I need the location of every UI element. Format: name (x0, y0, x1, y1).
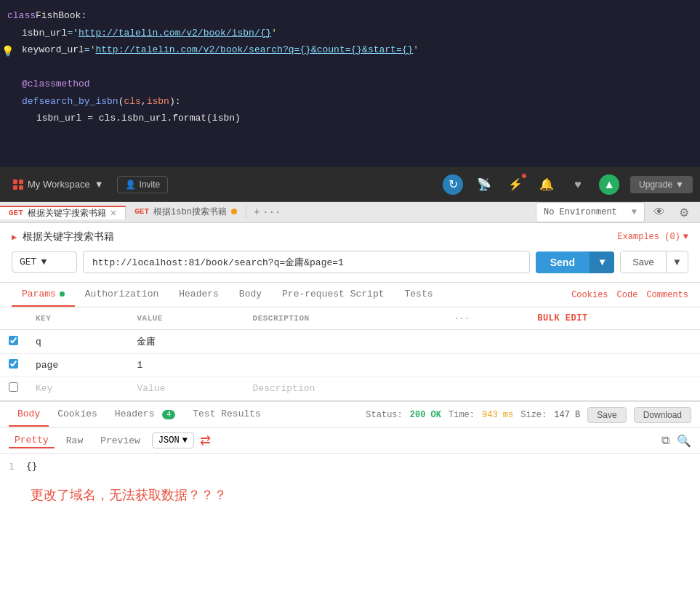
json-chevron-icon: ▼ (182, 435, 188, 446)
body-tab-label: Body (239, 289, 262, 299)
add-tab-button[interactable]: + ··· (246, 206, 289, 220)
row1-checkbox-cell (0, 330, 27, 354)
code-body: isbn_url = cls.isbn_url.format(isbn) (36, 111, 241, 126)
send-dropdown-button[interactable]: ▼ (590, 251, 614, 273)
save-button[interactable]: Save (621, 251, 666, 273)
copy-icon: ⧉ (661, 434, 669, 446)
format-tab-raw[interactable]: Raw (60, 434, 89, 448)
send-button[interactable]: Send (536, 251, 590, 273)
params-table-container: KEY VALUE DESCRIPTION ··· Bulk Edit q 金庸 (0, 307, 700, 400)
search-icon: 🔍 (677, 435, 691, 447)
save-dropdown-button[interactable]: ▼ (666, 251, 688, 273)
search-button[interactable]: 🔍 (677, 434, 691, 448)
tab-isbn-search[interactable]: GET 根据isbn搜索书籍 (126, 206, 246, 218)
format-tab-preview[interactable]: Preview (94, 434, 146, 448)
postman-toolbar: My Workspace ▼ 👤 Invite ↻ 📡 ⚡ 🔔 ♥ ▲ Upgr… (0, 167, 700, 202)
bell-button[interactable]: 🔔 (536, 174, 557, 195)
code-param1: cls (124, 94, 140, 109)
row1-checkbox[interactable] (9, 336, 18, 345)
tab-headers[interactable]: Headers (169, 283, 229, 307)
code-editor: 💡 class FishBook: isbn_url = 'http://tal… (0, 0, 700, 167)
tab-keyword-search[interactable]: GET 根据关键字搜索书籍 ✕ (0, 206, 126, 220)
code-text: FishBook: (36, 9, 87, 23)
size-label: Size: (520, 410, 547, 420)
resp-download-button[interactable]: Download (634, 407, 691, 423)
row1-key[interactable]: q (27, 330, 128, 354)
code-line-6: def search_by_isbn ( cls , isbn ): (0, 93, 700, 110)
save-btn-group: Save ▼ (620, 251, 688, 273)
row1-description[interactable] (244, 330, 446, 354)
env-controls: No Environment ▼ 👁 ⚙ (530, 202, 700, 222)
wrap-button[interactable]: ⇄ (200, 432, 211, 448)
tab1-close-icon[interactable]: ✕ (110, 208, 116, 218)
resp-tab-test-results[interactable]: Test Results (184, 403, 270, 427)
env-dropdown[interactable]: No Environment ▼ (536, 202, 645, 222)
code-line-5: @classmethod (0, 76, 700, 93)
heart-button[interactable]: ♥ (568, 174, 588, 195)
upgrade-button[interactable]: Upgrade ▼ (630, 176, 693, 193)
placeholder-key[interactable]: Key (27, 377, 128, 400)
copy-button[interactable]: ⧉ (661, 434, 669, 448)
code-comma: , (141, 94, 147, 109)
comments-link[interactable]: Comments (646, 290, 688, 300)
resp-tab-headers[interactable]: Headers 4 (106, 403, 184, 427)
placeholder-description[interactable]: Description (244, 377, 446, 400)
code-line-3: keyword_url = 'http://talelin.com/v2/boo… (0, 41, 700, 59)
eye-button[interactable]: 👁 (649, 202, 669, 222)
workspace-button[interactable]: My Workspace ▼ (7, 176, 110, 193)
resp-tab-cookies[interactable]: Cookies (49, 403, 106, 427)
tab-authorization[interactable]: Authorization (75, 283, 169, 307)
tab-tests[interactable]: Tests (395, 283, 443, 307)
table-row-q: q 金庸 (0, 330, 700, 354)
format-tab-pretty[interactable]: Pretty (9, 433, 55, 448)
resp-tab-body[interactable]: Body (9, 403, 49, 427)
request-title-bar: ▶ 根据关键字搜索书籍 Examples (0) ▼ (12, 230, 688, 243)
code-link-btn[interactable]: Code (617, 290, 638, 300)
method-select[interactable]: GET ▼ (12, 251, 77, 273)
invite-person-icon: 👤 (125, 180, 136, 190)
resp-save-button[interactable]: Save (587, 407, 626, 423)
code-paren2: ): (169, 94, 181, 109)
notification-dot (521, 173, 527, 179)
auth-tab-label: Authorization (85, 289, 158, 299)
tab2-method: GET (134, 207, 149, 216)
examples-link[interactable]: Examples (0) ▼ (617, 232, 688, 242)
placeholder-checkbox[interactable] (9, 382, 18, 392)
code-line-4 (0, 59, 700, 76)
code-text: isbn_url (22, 26, 67, 41)
url-input[interactable] (83, 251, 530, 273)
user-avatar-button[interactable]: ▲ (599, 174, 619, 195)
time-value: 943 ms (482, 410, 513, 420)
refresh-button[interactable]: ↻ (443, 174, 463, 195)
row2-key[interactable]: page (27, 354, 128, 377)
tab-pre-request[interactable]: Pre-request Script (272, 283, 394, 307)
settings-button[interactable]: ⚙ (674, 202, 694, 222)
tabs-wrapper: GET 根据关键字搜索书籍 ✕ GET 根据isbn搜索书籍 + ··· No … (0, 202, 700, 223)
invite-button[interactable]: 👤 Invite (117, 176, 169, 193)
code-line-1: class FishBook: (0, 7, 700, 25)
json-format-select[interactable]: JSON ▼ (152, 432, 194, 448)
code-str4: ' (413, 43, 419, 57)
request-area: ▶ 根据关键字搜索书籍 Examples (0) ▼ GET ▼ Send ▼ … (0, 223, 700, 283)
placeholder-value[interactable]: Value (128, 377, 244, 400)
tabs-container: GET 根据关键字搜索书籍 ✕ GET 根据isbn搜索书籍 + ··· (0, 206, 530, 220)
th-bulk-edit[interactable]: Bulk Edit (528, 307, 700, 330)
row1-value[interactable]: 金庸 (128, 330, 244, 354)
code-paren: ( (118, 94, 124, 109)
api-button[interactable]: 📡 (474, 174, 494, 195)
tab-body[interactable]: Body (229, 283, 272, 307)
row2-value[interactable]: 1 (128, 354, 244, 377)
placeholder-extra (528, 377, 700, 400)
resp-body-label: Body (17, 408, 40, 419)
env-chevron-icon: ▼ (632, 207, 637, 217)
tab-params[interactable]: Params (12, 283, 75, 307)
env-label: No Environment (544, 207, 617, 217)
row2-checkbox-cell (0, 354, 27, 377)
cookies-link[interactable]: Cookies (571, 290, 608, 300)
code-str3: ' (90, 43, 96, 57)
notification-badge-container: ⚡ (505, 174, 526, 195)
toolbar-icons: ↻ 📡 ⚡ 🔔 ♥ ▲ Upgrade ▼ (443, 174, 693, 195)
row2-checkbox[interactable] (9, 359, 18, 369)
row2-description[interactable] (244, 354, 446, 377)
resp-cookies-label: Cookies (57, 408, 97, 419)
